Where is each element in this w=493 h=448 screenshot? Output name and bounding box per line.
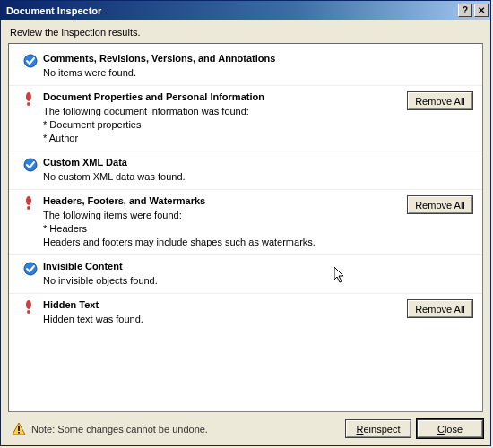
section-text: Comments, Revisions, Versions, and Annot… bbox=[41, 53, 393, 80]
section-title: Custom XML Data bbox=[43, 157, 393, 168]
section-text: Custom XML DataNo custom XML data was fo… bbox=[41, 157, 393, 184]
alert-icon bbox=[20, 195, 41, 211]
result-section: Custom XML DataNo custom XML data was fo… bbox=[9, 151, 482, 190]
section-line: No items were found. bbox=[43, 66, 393, 80]
svg-point-5 bbox=[27, 206, 30, 210]
section-title: Document Properties and Personal Informa… bbox=[43, 91, 393, 102]
section-title: Invisible Content bbox=[43, 261, 393, 271]
alert-icon bbox=[20, 91, 41, 107]
client-area: Review the inspection results. Comments,… bbox=[1, 20, 490, 445]
remove-all-button[interactable]: Remove All bbox=[407, 299, 473, 318]
warning-icon bbox=[12, 422, 26, 436]
remove-all-button[interactable]: Remove All bbox=[407, 91, 473, 110]
close-window-button[interactable]: ✕ bbox=[474, 4, 489, 17]
section-title: Comments, Revisions, Versions, and Annot… bbox=[43, 53, 393, 64]
section-action: Remove All bbox=[393, 195, 473, 214]
subtitle: Review the inspection results. bbox=[8, 25, 483, 43]
reinspect-button[interactable]: Reinspect bbox=[345, 419, 411, 438]
section-title: Headers, Footers, and Watermarks bbox=[43, 195, 393, 206]
footer: Note: Some changes cannot be undone. Rei… bbox=[8, 412, 483, 438]
section-line: Hidden text was found. bbox=[43, 313, 393, 326]
section-text: Document Properties and Personal Informa… bbox=[41, 91, 393, 145]
alert-icon bbox=[20, 299, 41, 314]
svg-point-8 bbox=[27, 310, 30, 314]
section-line: * Author bbox=[43, 132, 393, 145]
svg-point-7 bbox=[26, 300, 31, 309]
close-button[interactable]: Close bbox=[417, 419, 483, 438]
result-section: Comments, Revisions, Versions, and Annot… bbox=[9, 47, 482, 86]
footer-note: Note: Some changes cannot be undone. bbox=[8, 422, 345, 436]
check-icon bbox=[20, 53, 41, 68]
svg-point-2 bbox=[27, 102, 30, 106]
window-title: Document Inspector bbox=[6, 5, 101, 16]
svg-rect-10 bbox=[18, 426, 20, 431]
section-line: The following items were found: bbox=[43, 209, 393, 222]
svg-point-1 bbox=[26, 92, 31, 101]
section-action: Remove All bbox=[393, 299, 473, 318]
section-line: The following document information was f… bbox=[43, 105, 393, 118]
svg-rect-11 bbox=[18, 432, 20, 434]
remove-all-button[interactable]: Remove All bbox=[407, 195, 473, 214]
help-button[interactable]: ? bbox=[458, 4, 472, 17]
section-line: * Headers bbox=[43, 222, 393, 236]
section-line: Headers and footers may include shapes s… bbox=[43, 236, 393, 249]
section-line: No custom XML data was found. bbox=[43, 170, 393, 184]
results-panel: Comments, Revisions, Versions, and Annot… bbox=[8, 43, 483, 412]
section-title: Hidden Text bbox=[43, 299, 393, 310]
titlebar: Document Inspector ? ✕ bbox=[1, 1, 490, 20]
section-text: Hidden TextHidden text was found. bbox=[41, 299, 393, 326]
footer-note-text: Note: Some changes cannot be undone. bbox=[31, 424, 208, 435]
section-text: Invisible ContentNo invisible objects fo… bbox=[41, 261, 393, 288]
section-line: * Document properties bbox=[43, 118, 393, 132]
check-icon bbox=[20, 157, 41, 172]
section-text: Headers, Footers, and WatermarksThe foll… bbox=[41, 195, 393, 249]
result-section: Invisible ContentNo invisible objects fo… bbox=[9, 255, 482, 294]
result-section: Headers, Footers, and WatermarksThe foll… bbox=[9, 190, 482, 255]
result-section: Document Properties and Personal Informa… bbox=[9, 86, 482, 151]
result-section: Hidden TextHidden text was found.Remove … bbox=[9, 294, 482, 332]
check-icon bbox=[20, 261, 41, 276]
document-inspector-dialog: Document Inspector ? ✕ Review the inspec… bbox=[0, 0, 491, 446]
section-action: Remove All bbox=[393, 91, 473, 110]
svg-point-4 bbox=[26, 196, 31, 205]
section-line: No invisible objects found. bbox=[43, 274, 393, 288]
